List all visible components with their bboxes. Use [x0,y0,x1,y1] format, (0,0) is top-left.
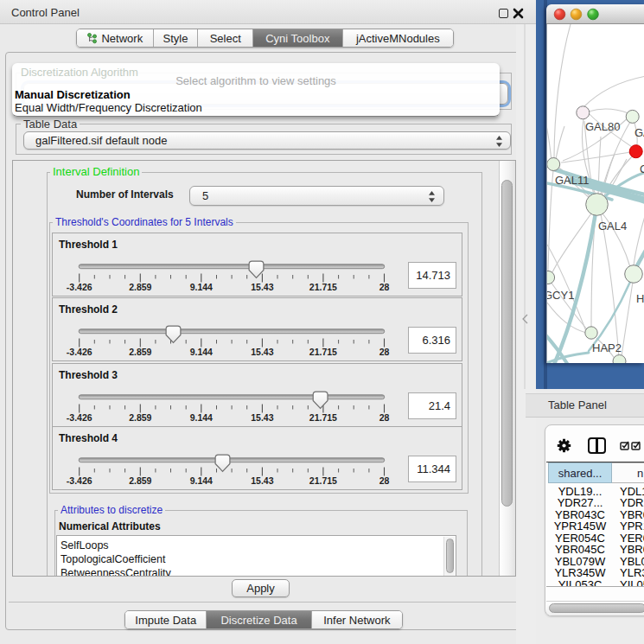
svg-text:15.43: 15.43 [251,411,273,422]
svg-text:GAL4: GAL4 [598,220,627,233]
svg-text:21.715: 21.715 [309,347,337,357]
svg-text:28: 28 [379,475,390,485]
svg-text:15.43: 15.43 [251,475,273,485]
svg-text:28: 28 [379,411,390,422]
svg-text:28: 28 [379,281,390,291]
svg-text:2.859: 2.859 [129,411,151,422]
svg-text:H: H [636,292,644,305]
svg-text:-3.426: -3.426 [67,347,92,357]
svg-text:2.859: 2.859 [129,347,151,357]
svg-text:GAL11: GAL11 [555,174,590,187]
svg-text:15.43: 15.43 [251,347,273,357]
svg-text:21.715: 21.715 [309,411,337,422]
svg-text:C: C [640,163,644,175]
svg-text:HAP2: HAP2 [592,341,622,354]
svg-text:GAL80: GAL80 [585,120,620,133]
svg-text:9.144: 9.144 [190,411,213,422]
svg-text:9.144: 9.144 [190,281,213,291]
svg-text:-3.426: -3.426 [67,411,92,422]
svg-text:9.144: 9.144 [190,347,213,357]
svg-text:2.859: 2.859 [129,475,151,485]
svg-text:GCY1: GCY1 [547,289,574,302]
svg-text:15.43: 15.43 [251,281,273,291]
svg-text:-3.426: -3.426 [67,281,92,291]
svg-text:GA: GA [634,126,644,139]
svg-text:21.715: 21.715 [309,281,337,291]
svg-text:21.715: 21.715 [309,475,337,485]
svg-text:9.144: 9.144 [190,475,213,485]
svg-text:28: 28 [379,347,390,357]
svg-text:-3.426: -3.426 [67,475,92,485]
svg-text:2.859: 2.859 [129,281,151,291]
